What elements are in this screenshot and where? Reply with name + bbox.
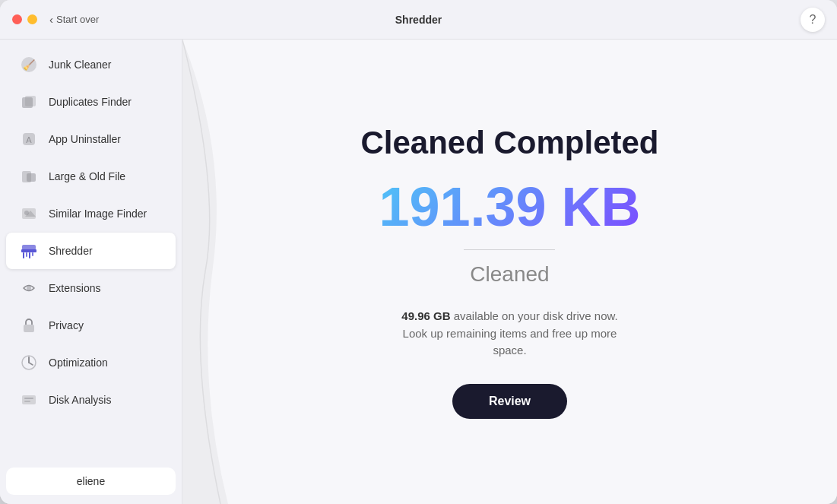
sidebar-item-label: Disk Analysis (49, 394, 111, 406)
junk-cleaner-icon: 🧹 (18, 54, 40, 75)
sidebar-item-junk-cleaner[interactable]: 🧹 Junk Cleaner (6, 46, 176, 83)
main-content: 🧹 Junk Cleaner Duplicates Finder (0, 40, 837, 504)
svg-rect-20 (22, 395, 36, 404)
svg-rect-13 (26, 252, 27, 257)
svg-rect-12 (23, 252, 24, 258)
sidebar-item-label: Junk Cleaner (49, 59, 112, 71)
start-over-label: Start over (56, 14, 99, 25)
decorative-curve (182, 40, 243, 504)
sidebar-item-label: Optimization (49, 357, 108, 369)
sidebar-item-duplicates-finder[interactable]: Duplicates Finder (6, 84, 176, 120)
sidebar-items: 🧹 Junk Cleaner Duplicates Finder (0, 46, 182, 464)
app-window: ‹ Start over Shredder ? 🧹 Junk Cleaner (0, 0, 837, 504)
svg-text:A: A (26, 135, 32, 144)
duplicates-finder-icon (18, 91, 40, 113)
large-old-file-icon (18, 166, 40, 187)
sidebar-item-label: App Uninstaller (49, 133, 121, 145)
svg-rect-14 (29, 252, 30, 258)
sidebar-item-optimization[interactable]: Optimization (6, 344, 176, 381)
clean-completed-title: Cleaned Completed (360, 125, 658, 161)
sidebar-item-similar-image-finder[interactable]: Similar Image Finder (6, 195, 176, 232)
privacy-icon (18, 315, 40, 336)
page-title: Shredder (395, 14, 442, 26)
sidebar-item-label: Large & Old File (49, 170, 125, 182)
user-profile[interactable]: eliene (6, 468, 176, 495)
divider (464, 249, 555, 250)
sidebar-item-disk-analysis[interactable]: Disk Analysis (6, 382, 176, 418)
user-name: eliene (77, 475, 105, 487)
optimization-icon (18, 352, 40, 373)
start-over-button[interactable]: ‹ Start over (49, 13, 99, 26)
close-button[interactable] (12, 14, 22, 24)
similar-image-finder-icon (18, 203, 40, 224)
sidebar-item-label: Privacy (49, 319, 84, 331)
sidebar-item-large-old-file[interactable]: Large & Old File (6, 158, 176, 195)
content-area: Cleaned Completed 191.39 KB Cleaned 49.9… (182, 40, 837, 504)
disk-analysis-icon (18, 389, 40, 410)
sidebar-item-label: Duplicates Finder (49, 96, 132, 108)
sidebar-item-label: Shredder (49, 245, 93, 257)
available-text: 49.96 GB available on your disk drive no… (388, 308, 631, 360)
review-button[interactable]: Review (452, 384, 567, 419)
available-gb: 49.96 GB (401, 309, 450, 322)
sidebar-item-label: Extensions (49, 282, 100, 294)
sidebar-item-app-uninstaller[interactable]: A App Uninstaller (6, 121, 176, 157)
sidebar-item-privacy[interactable]: Privacy (6, 307, 176, 344)
svg-rect-21 (24, 398, 33, 399)
sidebar-item-extensions[interactable]: Extensions (6, 270, 176, 306)
sidebar-item-shredder[interactable]: Shredder (6, 233, 176, 269)
svg-rect-15 (32, 252, 33, 256)
sidebar: 🧹 Junk Cleaner Duplicates Finder (0, 40, 182, 504)
svg-text:🧹: 🧹 (23, 59, 36, 71)
svg-point-17 (27, 286, 31, 290)
traffic-lights (12, 14, 37, 24)
titlebar: ‹ Start over Shredder ? (0, 0, 837, 40)
help-button[interactable]: ? (801, 8, 825, 32)
shredder-icon (18, 240, 40, 262)
minimize-button[interactable] (27, 14, 37, 24)
cleaned-size: 191.39 KB (379, 179, 640, 234)
svg-rect-16 (22, 245, 36, 250)
svg-rect-18 (24, 325, 34, 332)
app-uninstaller-icon: A (18, 128, 40, 150)
main-panel: Cleaned Completed 191.39 KB Cleaned 49.9… (330, 94, 689, 449)
cleaned-label: Cleaned (470, 262, 549, 287)
svg-rect-7 (27, 173, 36, 182)
sidebar-item-label: Similar Image Finder (49, 208, 147, 220)
extensions-icon (18, 277, 40, 299)
svg-rect-22 (24, 401, 30, 402)
back-icon: ‹ (49, 13, 53, 26)
svg-rect-3 (25, 96, 36, 106)
